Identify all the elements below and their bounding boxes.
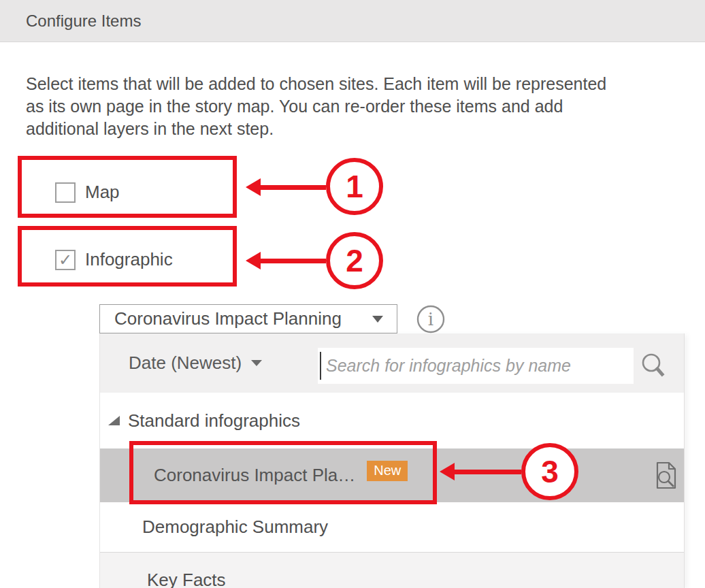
text-cursor — [320, 352, 321, 380]
infographic-checkbox-label: Infographic — [85, 249, 173, 270]
infographic-browser-panel: Date (Newest) Standard infographics Coro… — [99, 333, 685, 588]
sort-dropdown-value: Date (Newest) — [129, 353, 242, 374]
intro-line: as its own page in the story map. You ca… — [26, 95, 606, 118]
list-item-label: Coronavirus Impact Pla… — [154, 465, 355, 486]
annotation-arrow-shaft — [259, 185, 326, 190]
dialog-title: Configure Items — [26, 12, 141, 31]
browser-toolbar: Date (Newest) — [100, 333, 684, 393]
annotation-arrow-head — [246, 178, 261, 196]
map-checkbox-label: Map — [85, 182, 120, 203]
new-badge: New — [367, 461, 408, 481]
configure-items-dialog: Configure Items Select items that will b… — [0, 0, 705, 588]
annotation-arrow-shaft — [259, 259, 326, 263]
check-icon: ✓ — [59, 252, 72, 268]
list-item-label: Key Facts — [147, 570, 226, 588]
callout-number: 1 — [346, 168, 363, 205]
search-icon[interactable] — [639, 351, 668, 380]
collapse-triangle-icon[interactable] — [108, 416, 120, 425]
intro-line: Select items that will be added to chose… — [26, 73, 606, 95]
callout-number: 2 — [346, 242, 363, 279]
annotation-callout-2: 2 — [326, 232, 383, 289]
info-icon[interactable]: i — [416, 304, 446, 334]
group-label: Standard infographics — [128, 410, 300, 431]
sort-dropdown[interactable]: Date (Newest) — [129, 333, 262, 393]
map-checkbox[interactable] — [55, 182, 76, 203]
chevron-down-icon — [251, 360, 262, 366]
list-item-coronavirus-impact-planning[interactable]: Coronavirus Impact Pla… New — [100, 448, 684, 502]
annotation-arrow-head — [246, 252, 261, 270]
svg-text:i: i — [428, 309, 433, 329]
list-item-demographic-summary[interactable]: Demographic Summary — [100, 502, 684, 552]
preview-document-icon[interactable] — [653, 459, 678, 491]
group-row-standard-infographics[interactable]: Standard infographics — [100, 393, 684, 448]
infographic-select-value: Coronavirus Impact Planning — [114, 308, 342, 329]
annotation-box-map — [18, 156, 237, 218]
list-item-key-facts[interactable]: Key Facts — [100, 552, 684, 588]
chevron-down-icon — [372, 316, 383, 323]
search-input[interactable] — [318, 348, 634, 384]
map-checkbox-row[interactable]: Map — [55, 182, 120, 203]
intro-text: Select items that will be added to chose… — [26, 73, 606, 140]
infographic-checkbox[interactable]: ✓ — [55, 250, 76, 270]
dialog-header: Configure Items — [0, 0, 705, 42]
list-item-label: Demographic Summary — [142, 517, 328, 538]
intro-line: additional layers in the next step. — [26, 118, 606, 140]
annotation-callout-1: 1 — [326, 158, 383, 215]
infographic-select[interactable]: Coronavirus Impact Planning — [99, 304, 397, 333]
infographic-checkbox-row[interactable]: ✓ Infographic — [55, 249, 173, 270]
